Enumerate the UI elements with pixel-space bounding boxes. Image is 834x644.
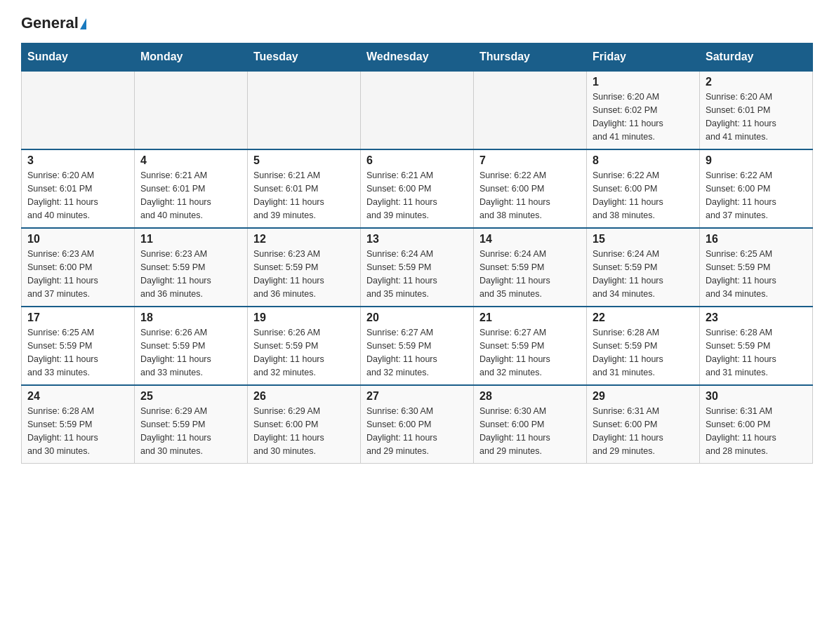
calendar-week-row: 3Sunrise: 6:20 AMSunset: 6:01 PMDaylight…: [22, 149, 813, 228]
day-number: 4: [140, 154, 241, 167]
day-info: Sunrise: 6:25 AMSunset: 5:59 PMDaylight:…: [706, 248, 807, 300]
day-number: 10: [27, 233, 128, 246]
day-info: Sunrise: 6:21 AMSunset: 6:01 PMDaylight:…: [140, 169, 241, 222]
day-info: Sunrise: 6:20 AMSunset: 6:01 PMDaylight:…: [706, 90, 807, 143]
day-info: Sunrise: 6:26 AMSunset: 5:59 PMDaylight:…: [140, 326, 241, 379]
day-info: Sunrise: 6:23 AMSunset: 5:59 PMDaylight:…: [140, 248, 241, 300]
day-number: 2: [706, 76, 807, 88]
day-number: 14: [479, 233, 581, 246]
day-number: 12: [253, 233, 355, 246]
calendar-cell: 22Sunrise: 6:28 AMSunset: 5:59 PMDayligh…: [587, 307, 700, 385]
calendar-cell: 3Sunrise: 6:20 AMSunset: 6:01 PMDaylight…: [22, 149, 135, 228]
day-number: 23: [706, 311, 807, 324]
day-number: 9: [706, 154, 807, 167]
day-number: 8: [593, 154, 694, 167]
day-number: 20: [366, 311, 468, 324]
day-info: Sunrise: 6:29 AMSunset: 5:59 PMDaylight:…: [140, 405, 241, 457]
calendar-cell: 23Sunrise: 6:28 AMSunset: 5:59 PMDayligh…: [700, 307, 813, 385]
logo-text: General: [21, 14, 86, 32]
day-info: Sunrise: 6:20 AMSunset: 6:01 PMDaylight:…: [27, 169, 128, 222]
calendar-cell: 5Sunrise: 6:21 AMSunset: 6:01 PMDaylight…: [248, 149, 361, 228]
day-number: 3: [27, 154, 128, 167]
day-number: 11: [140, 233, 241, 246]
day-number: 26: [253, 390, 355, 403]
day-number: 27: [366, 390, 468, 403]
day-info: Sunrise: 6:31 AMSunset: 6:00 PMDaylight:…: [706, 405, 807, 457]
day-number: 13: [366, 233, 468, 246]
day-info: Sunrise: 6:23 AMSunset: 5:59 PMDaylight:…: [253, 248, 355, 300]
day-number: 29: [593, 390, 694, 403]
calendar-cell: 18Sunrise: 6:26 AMSunset: 5:59 PMDayligh…: [135, 307, 248, 385]
day-number: 17: [27, 311, 128, 324]
calendar-cell: 14Sunrise: 6:24 AMSunset: 5:59 PMDayligh…: [474, 228, 587, 307]
calendar-week-row: 24Sunrise: 6:28 AMSunset: 5:59 PMDayligh…: [22, 385, 813, 464]
day-info: Sunrise: 6:28 AMSunset: 5:59 PMDaylight:…: [593, 326, 694, 379]
calendar-cell: 19Sunrise: 6:26 AMSunset: 5:59 PMDayligh…: [248, 307, 361, 385]
day-number: 22: [593, 311, 694, 324]
calendar-cell: 2Sunrise: 6:20 AMSunset: 6:01 PMDaylight…: [700, 71, 813, 149]
day-info: Sunrise: 6:22 AMSunset: 6:00 PMDaylight:…: [706, 169, 807, 222]
calendar-cell: 6Sunrise: 6:21 AMSunset: 6:00 PMDaylight…: [361, 149, 474, 228]
day-info: Sunrise: 6:20 AMSunset: 6:02 PMDaylight:…: [593, 90, 694, 143]
calendar-cell: 30Sunrise: 6:31 AMSunset: 6:00 PMDayligh…: [700, 385, 813, 464]
day-number: 19: [253, 311, 355, 324]
day-number: 16: [706, 233, 807, 246]
day-info: Sunrise: 6:24 AMSunset: 5:59 PMDaylight:…: [479, 248, 581, 300]
calendar-cell: 25Sunrise: 6:29 AMSunset: 5:59 PMDayligh…: [135, 385, 248, 464]
weekday-header-friday: Friday: [587, 43, 700, 72]
day-info: Sunrise: 6:21 AMSunset: 6:00 PMDaylight:…: [366, 169, 468, 222]
day-number: 21: [479, 311, 581, 324]
calendar-cell: 20Sunrise: 6:27 AMSunset: 5:59 PMDayligh…: [361, 307, 474, 385]
calendar-cell: 4Sunrise: 6:21 AMSunset: 6:01 PMDaylight…: [135, 149, 248, 228]
calendar-week-row: 17Sunrise: 6:25 AMSunset: 5:59 PMDayligh…: [22, 307, 813, 385]
day-info: Sunrise: 6:22 AMSunset: 6:00 PMDaylight:…: [479, 169, 581, 222]
calendar-cell: 21Sunrise: 6:27 AMSunset: 5:59 PMDayligh…: [474, 307, 587, 385]
day-info: Sunrise: 6:24 AMSunset: 5:59 PMDaylight:…: [593, 248, 694, 300]
weekday-header-wednesday: Wednesday: [361, 43, 474, 72]
calendar-cell: 27Sunrise: 6:30 AMSunset: 6:00 PMDayligh…: [361, 385, 474, 464]
day-info: Sunrise: 6:22 AMSunset: 6:00 PMDaylight:…: [593, 169, 694, 222]
day-number: 30: [706, 390, 807, 403]
logo-triangle-icon: [80, 18, 86, 29]
day-number: 18: [140, 311, 241, 324]
calendar-cell: 11Sunrise: 6:23 AMSunset: 5:59 PMDayligh…: [135, 228, 248, 307]
day-number: 5: [253, 154, 355, 167]
page-header: General: [21, 14, 813, 32]
day-number: 15: [593, 233, 694, 246]
weekday-header-saturday: Saturday: [700, 43, 813, 72]
calendar-week-row: 1Sunrise: 6:20 AMSunset: 6:02 PMDaylight…: [22, 71, 813, 149]
day-number: 6: [366, 154, 468, 167]
calendar-cell: 8Sunrise: 6:22 AMSunset: 6:00 PMDaylight…: [587, 149, 700, 228]
calendar-cell: [22, 71, 135, 149]
calendar-cell: 29Sunrise: 6:31 AMSunset: 6:00 PMDayligh…: [587, 385, 700, 464]
day-info: Sunrise: 6:30 AMSunset: 6:00 PMDaylight:…: [479, 405, 581, 457]
weekday-header-monday: Monday: [135, 43, 248, 72]
day-info: Sunrise: 6:28 AMSunset: 5:59 PMDaylight:…: [27, 405, 128, 457]
day-info: Sunrise: 6:31 AMSunset: 6:00 PMDaylight:…: [593, 405, 694, 457]
calendar-cell: 7Sunrise: 6:22 AMSunset: 6:00 PMDaylight…: [474, 149, 587, 228]
calendar-cell: [361, 71, 474, 149]
weekday-header-thursday: Thursday: [474, 43, 587, 72]
day-info: Sunrise: 6:29 AMSunset: 6:00 PMDaylight:…: [253, 405, 355, 457]
calendar-cell: 1Sunrise: 6:20 AMSunset: 6:02 PMDaylight…: [587, 71, 700, 149]
day-info: Sunrise: 6:21 AMSunset: 6:01 PMDaylight:…: [253, 169, 355, 222]
day-number: 25: [140, 390, 241, 403]
day-number: 24: [27, 390, 128, 403]
calendar-cell: 12Sunrise: 6:23 AMSunset: 5:59 PMDayligh…: [248, 228, 361, 307]
calendar-week-row: 10Sunrise: 6:23 AMSunset: 6:00 PMDayligh…: [22, 228, 813, 307]
calendar-cell: [474, 71, 587, 149]
calendar-cell: [248, 71, 361, 149]
day-info: Sunrise: 6:25 AMSunset: 5:59 PMDaylight:…: [27, 326, 128, 379]
day-number: 7: [479, 154, 581, 167]
day-number: 1: [593, 76, 694, 88]
calendar-cell: 24Sunrise: 6:28 AMSunset: 5:59 PMDayligh…: [22, 385, 135, 464]
day-info: Sunrise: 6:27 AMSunset: 5:59 PMDaylight:…: [479, 326, 581, 379]
calendar-cell: 15Sunrise: 6:24 AMSunset: 5:59 PMDayligh…: [587, 228, 700, 307]
calendar-cell: 28Sunrise: 6:30 AMSunset: 6:00 PMDayligh…: [474, 385, 587, 464]
calendar-cell: 26Sunrise: 6:29 AMSunset: 6:00 PMDayligh…: [248, 385, 361, 464]
day-info: Sunrise: 6:26 AMSunset: 5:59 PMDaylight:…: [253, 326, 355, 379]
day-info: Sunrise: 6:24 AMSunset: 5:59 PMDaylight:…: [366, 248, 468, 300]
calendar-cell: 10Sunrise: 6:23 AMSunset: 6:00 PMDayligh…: [22, 228, 135, 307]
calendar-cell: 9Sunrise: 6:22 AMSunset: 6:00 PMDaylight…: [700, 149, 813, 228]
calendar-cell: 13Sunrise: 6:24 AMSunset: 5:59 PMDayligh…: [361, 228, 474, 307]
